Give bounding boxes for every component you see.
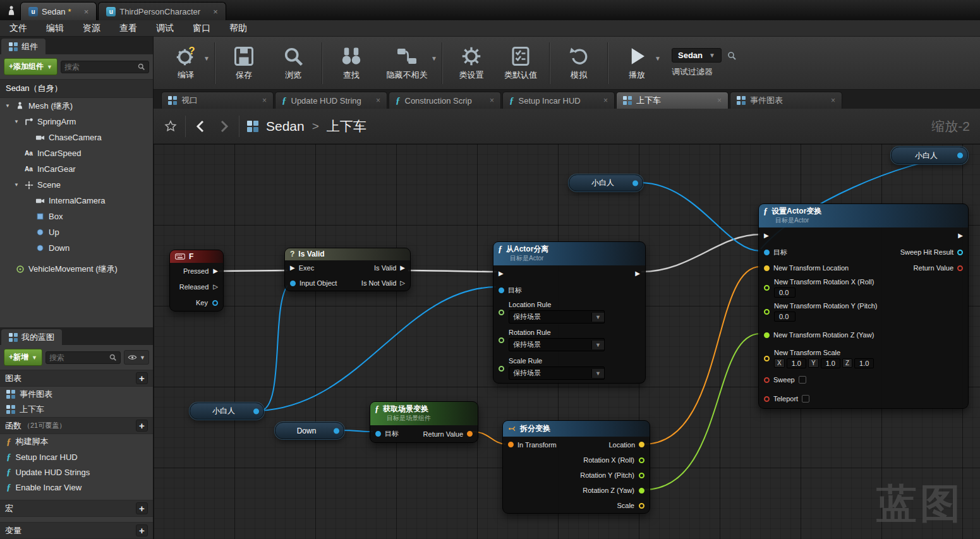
components-search[interactable] <box>61 61 149 73</box>
section-variables[interactable]: 变量 + <box>0 522 153 539</box>
target-input-pin[interactable] <box>764 250 770 255</box>
tab-components[interactable]: 组件 <box>1 39 45 54</box>
close-icon[interactable]: × <box>376 96 380 105</box>
transform-input-pin[interactable] <box>508 442 514 447</box>
tab-update-hud-string[interactable]: ƒ Update HUD String× <box>275 92 387 109</box>
float-input-pin[interactable] <box>764 309 770 315</box>
close-icon[interactable]: × <box>717 96 722 105</box>
scale-rule-dropdown[interactable]: 保持场景▼ <box>509 366 605 380</box>
expander-icon[interactable]: ▼ <box>4 103 11 109</box>
close-icon[interactable]: × <box>831 96 835 105</box>
section-functions[interactable]: 函数 （21可覆盖） + <box>0 417 153 434</box>
breadcrumb-root[interactable]: Sedan <box>266 119 305 134</box>
float-input-pin[interactable] <box>764 285 770 291</box>
search-icon[interactable] <box>727 51 737 61</box>
float-output-pin[interactable] <box>639 488 644 494</box>
add-function-button[interactable]: + <box>136 420 148 432</box>
window-tab-thirdpersoncharacter[interactable]: u ThirdPersonCharacter × <box>98 2 226 20</box>
sweep-checkbox[interactable] <box>799 376 806 384</box>
component-tree-item-chasecamera[interactable]: ChaseCamera <box>0 130 153 145</box>
close-icon[interactable]: × <box>84 7 89 16</box>
component-tree-item-scene[interactable]: ▼ Scene <box>0 177 153 193</box>
menu-file[interactable]: 文件 <box>0 20 37 36</box>
graph-item-eventgraph[interactable]: 事件图表 <box>0 387 153 402</box>
exec-output-pin[interactable]: ▷ <box>213 284 218 290</box>
exec-output-pin[interactable]: ▶ <box>635 270 640 277</box>
close-icon[interactable]: × <box>213 7 218 16</box>
object-output-pin[interactable] <box>632 180 638 186</box>
browse-button[interactable]: 浏览 <box>269 45 317 81</box>
transform-output-pin[interactable] <box>467 431 473 437</box>
location-rule-dropdown[interactable]: 保持场景▼ <box>509 310 605 324</box>
chevron-down-icon[interactable]: ▼ <box>431 55 437 62</box>
exec-output-pin[interactable]: ▶ <box>400 265 405 271</box>
expander-icon[interactable]: ▼ <box>13 119 20 124</box>
debug-object-select[interactable]: Sedan▼ <box>672 48 722 63</box>
tab-eventgraph[interactable]: 事件图表× <box>730 92 842 109</box>
save-button[interactable]: 保存 <box>220 45 268 81</box>
menu-help[interactable]: 帮助 <box>220 20 257 36</box>
key-struct-output-pin[interactable] <box>212 300 218 306</box>
tab-my-blueprint[interactable]: 我的蓝图 <box>1 329 62 345</box>
function-item-constructionscript[interactable]: ƒ 构建脚本 <box>0 434 153 449</box>
target-input-pin[interactable] <box>375 431 381 437</box>
vector-output-pin[interactable] <box>639 442 644 447</box>
exec-output-pin[interactable]: ▷ <box>400 280 405 286</box>
scale-x-value[interactable]: 1.0 <box>787 358 806 368</box>
exec-input-pin[interactable]: ▶ <box>764 233 769 239</box>
component-tree-item-mesh[interactable]: ▼ Mesh (继承) <box>0 98 153 114</box>
object-output-pin[interactable] <box>253 408 259 414</box>
tab-getinout[interactable]: 上下车× <box>616 92 729 109</box>
hit-result-output-pin[interactable] <box>957 250 963 255</box>
scale-input-pin[interactable] <box>764 356 770 361</box>
close-icon[interactable]: × <box>262 96 267 105</box>
section-macros[interactable]: 宏 + <box>0 500 153 517</box>
component-tree-item-up[interactable]: Up <box>0 224 153 240</box>
myblueprint-search[interactable] <box>45 351 121 364</box>
node-is-valid[interactable]: ?Is Valid ▶Exec Is Valid▶ Input Object I… <box>284 248 411 291</box>
object-output-pin[interactable] <box>334 428 339 433</box>
function-item-updatehudstrings[interactable]: ƒ Update HUD Strings <box>0 464 153 480</box>
menu-asset[interactable]: 资源 <box>73 20 110 36</box>
object-output-pin[interactable] <box>957 153 963 159</box>
float-output-pin[interactable] <box>639 473 644 478</box>
tab-construction-script[interactable]: ƒ Construction Scrip× <box>389 92 501 109</box>
target-input-pin[interactable] <box>499 288 504 293</box>
graph-item-getinout[interactable]: 上下车 <box>0 402 153 417</box>
enum-input-pin[interactable] <box>499 337 504 343</box>
component-tree-item-incarspeed[interactable]: Aa InCarSpeed <box>0 145 153 161</box>
play-button[interactable]: 播放 ▼ <box>613 45 661 81</box>
variable-pill-whiteman-mid[interactable]: 小白人 <box>569 174 643 191</box>
simulate-button[interactable]: 模拟 <box>555 45 603 81</box>
class-settings-button[interactable]: 类设置 <box>447 45 495 81</box>
tab-setup-incar-hud[interactable]: ƒ Setup Incar HUD× <box>502 92 615 109</box>
menu-debug[interactable]: 调试 <box>147 20 183 36</box>
component-tree-item-internalcamera[interactable]: InternalCamera <box>0 193 153 209</box>
function-item-enableincarview[interactable]: ƒ Enable Incar View <box>0 480 153 495</box>
hide-unrelated-button[interactable]: 隐藏不相关 ▼ <box>377 45 437 81</box>
menu-window[interactable]: 窗口 <box>183 20 220 36</box>
bookmark-star-icon[interactable] <box>164 119 178 133</box>
exec-input-pin[interactable]: ▶ <box>499 270 504 277</box>
debug-filter-label[interactable]: 调试过滤器 <box>672 66 737 78</box>
close-icon[interactable]: × <box>603 96 608 105</box>
exec-output-pin[interactable]: ▶ <box>213 268 218 274</box>
rotation-rule-dropdown[interactable]: 保持场景▼ <box>509 338 605 351</box>
close-icon[interactable]: × <box>490 96 494 105</box>
compile-button[interactable]: ? 编译 ▼ <box>162 45 210 81</box>
float-output-pin[interactable] <box>639 457 644 463</box>
back-arrow-icon[interactable] <box>193 119 209 134</box>
node-get-world-transform[interactable]: ƒ获取场景变换 目标是场景组件 目标 Return Value <box>370 401 478 443</box>
variable-pill-whiteman-bottom[interactable]: 小白人 <box>190 403 264 420</box>
exec-output-pin[interactable]: ▶ <box>958 233 963 239</box>
class-defaults-button[interactable]: 类默认值 <box>497 45 545 81</box>
node-set-actor-transform[interactable]: ƒ设置Actor变换 目标是Actor ▶ ▶ 目标 Sweep Hit Res… <box>758 203 969 409</box>
visibility-filter-button[interactable]: ▼ <box>124 350 149 365</box>
component-tree-item-vehiclemovement[interactable]: VehicleMovement (继承) <box>0 261 153 277</box>
bool-input-pin[interactable] <box>764 396 770 402</box>
breadcrumb-current[interactable]: 上下车 <box>327 118 366 135</box>
menu-edit[interactable]: 编辑 <box>37 20 73 36</box>
window-tab-sedan[interactable]: u Sedan * × <box>20 2 97 20</box>
component-tree-item-down[interactable]: Down <box>0 240 153 256</box>
node-detach-from-actor[interactable]: ƒ从Actor分离 目标是Actor ▶ ▶ 目标 Location Rule … <box>493 241 646 384</box>
